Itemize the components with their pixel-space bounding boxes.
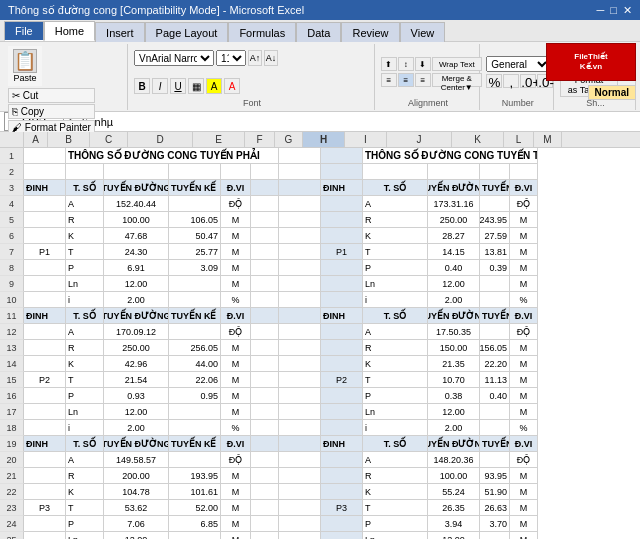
cell-18-3[interactable]: 2.00 (104, 420, 169, 436)
cell-23-10[interactable]: 26.35 (428, 500, 480, 516)
cell-10-6[interactable] (251, 292, 279, 308)
cell-11-4[interactable]: TUYẾN KẾ (169, 308, 221, 324)
cell-6-4[interactable]: 50.47 (169, 228, 221, 244)
row-header-16[interactable]: 16 (0, 388, 24, 404)
cell-12-9[interactable]: A (363, 324, 428, 340)
cell-19-8[interactable]: ĐINH (321, 436, 363, 452)
cell-2-10[interactable] (428, 164, 480, 180)
cell-16-5[interactable]: M (221, 388, 251, 404)
cell-6-6[interactable] (251, 228, 279, 244)
cell-3-3[interactable]: TUYẾN ĐƯỜNG (104, 180, 169, 196)
cell-14-1[interactable] (24, 356, 66, 372)
cell-3-10[interactable]: TUYẾN ĐƯỜNG (428, 180, 480, 196)
cell-19-11[interactable]: TUYẾN KẾ (480, 436, 510, 452)
cell-7-12[interactable]: M (510, 244, 538, 260)
row-header-1[interactable]: 1 (0, 148, 24, 164)
cell-8-4[interactable]: 3.09 (169, 260, 221, 276)
col-header-e[interactable]: E (193, 132, 245, 147)
cell-4-12[interactable]: ĐỘ (510, 196, 538, 212)
row-header-6[interactable]: 6 (0, 228, 24, 244)
cell-13-7[interactable] (279, 340, 321, 356)
col-header-g[interactable]: G (275, 132, 303, 147)
cell-12-8[interactable] (321, 324, 363, 340)
cell-16-3[interactable]: 0.93 (104, 388, 169, 404)
row-header-11[interactable]: 11 (0, 308, 24, 324)
cell-3-2[interactable]: T. SỐ (66, 180, 104, 196)
cell-24-9[interactable]: P (363, 516, 428, 532)
cell-9-7[interactable] (279, 276, 321, 292)
cell-21-5[interactable]: M (221, 468, 251, 484)
row-header-8[interactable]: 8 (0, 260, 24, 276)
cell-13-2[interactable]: R (66, 340, 104, 356)
percent-button[interactable]: % (486, 74, 502, 88)
cell-4-7[interactable] (279, 196, 321, 212)
cell-18-4[interactable] (169, 420, 221, 436)
cell-24-4[interactable]: 6.85 (169, 516, 221, 532)
cell-13-10[interactable]: 150.00 (428, 340, 480, 356)
cell-14-3[interactable]: 42.96 (104, 356, 169, 372)
cell-20-8[interactable] (321, 452, 363, 468)
cell-19-2[interactable]: T. SỐ (66, 436, 104, 452)
align-bottom-button[interactable]: ⬇ (415, 57, 431, 71)
row-header-21[interactable]: 21 (0, 468, 24, 484)
row-header-5[interactable]: 5 (0, 212, 24, 228)
cell-22-2[interactable]: K (66, 484, 104, 500)
cell-1-2[interactable]: THÔNG SỐ ĐƯỜNG CONG TUYẾN PHẢI (66, 148, 279, 164)
cell-14-6[interactable] (251, 356, 279, 372)
cell-22-10[interactable]: 55.24 (428, 484, 480, 500)
cell-3-7[interactable] (279, 180, 321, 196)
number-format-select[interactable]: General (486, 56, 551, 72)
cell-15-12[interactable]: M (510, 372, 538, 388)
cell-8-2[interactable]: P (66, 260, 104, 276)
cell-3-1[interactable]: ĐINH (24, 180, 66, 196)
cell-7-7[interactable] (279, 244, 321, 260)
cell-16-11[interactable]: 0.40 (480, 388, 510, 404)
cell-18-1[interactable] (24, 420, 66, 436)
cell-24-6[interactable] (251, 516, 279, 532)
cell-18-6[interactable] (251, 420, 279, 436)
cell-13-5[interactable]: M (221, 340, 251, 356)
cell-5-9[interactable]: R (363, 212, 428, 228)
tab-data[interactable]: Data (296, 22, 341, 42)
cell-20-9[interactable]: A (363, 452, 428, 468)
cell-17-6[interactable] (251, 404, 279, 420)
cell-22-4[interactable]: 101.61 (169, 484, 221, 500)
cell-23-9[interactable]: T (363, 500, 428, 516)
cell-13-12[interactable]: M (510, 340, 538, 356)
cell-20-11[interactable] (480, 452, 510, 468)
cell-21-2[interactable]: R (66, 468, 104, 484)
wrap-text-button[interactable]: Wrap Text (432, 57, 482, 71)
cell-21-9[interactable]: R (363, 468, 428, 484)
cell-23-7[interactable] (279, 500, 321, 516)
tab-formulas[interactable]: Formulas (228, 22, 296, 42)
cell-20-2[interactable]: A (66, 452, 104, 468)
col-header-b[interactable]: B (48, 132, 90, 147)
cell-3-6[interactable] (251, 180, 279, 196)
cell-11-7[interactable] (279, 308, 321, 324)
cell-20-7[interactable] (279, 452, 321, 468)
cell-8-3[interactable]: 6.91 (104, 260, 169, 276)
cell-23-1[interactable]: P3 (24, 500, 66, 516)
cell-9-8[interactable] (321, 276, 363, 292)
col-header-d[interactable]: D (128, 132, 193, 147)
cell-16-8[interactable] (321, 388, 363, 404)
cell-6-3[interactable]: 47.68 (104, 228, 169, 244)
cell-17-10[interactable]: 12.00 (428, 404, 480, 420)
align-left-button[interactable]: ≡ (381, 73, 397, 87)
cell-3-4[interactable]: TUYẾN KẾ (169, 180, 221, 196)
cell-10-12[interactable]: % (510, 292, 538, 308)
cell-8-12[interactable]: M (510, 260, 538, 276)
cell-14-2[interactable]: K (66, 356, 104, 372)
cell-13-11[interactable]: 156.05 (480, 340, 510, 356)
cell-4-4[interactable] (169, 196, 221, 212)
border-button[interactable]: ▦ (188, 78, 204, 94)
cell-5-3[interactable]: 100.00 (104, 212, 169, 228)
cell-8-10[interactable]: 0.40 (428, 260, 480, 276)
cell-14-11[interactable]: 22.20 (480, 356, 510, 372)
cell-4-11[interactable] (480, 196, 510, 212)
cell-19-9[interactable]: T. SỐ (363, 436, 428, 452)
cell-20-4[interactable] (169, 452, 221, 468)
cell-7-6[interactable] (251, 244, 279, 260)
cell-12-10[interactable]: 17.50.35 (428, 324, 480, 340)
cell-13-6[interactable] (251, 340, 279, 356)
